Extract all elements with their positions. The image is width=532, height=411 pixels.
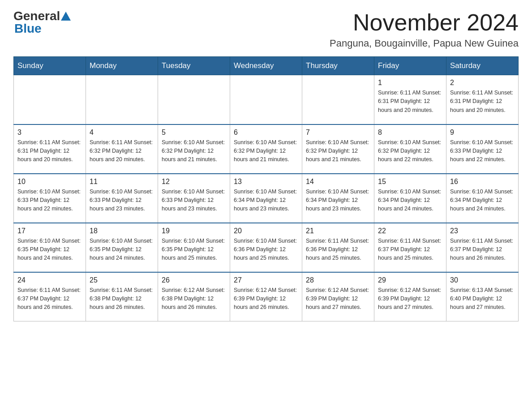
calendar-cell: 18Sunrise: 6:10 AM Sunset: 6:35 PM Dayli… xyxy=(86,223,158,272)
day-info: Sunrise: 6:10 AM Sunset: 6:34 PM Dayligh… xyxy=(450,188,515,214)
day-number: 22 xyxy=(378,227,442,235)
calendar-cell: 3Sunrise: 6:11 AM Sunset: 6:31 PM Daylig… xyxy=(14,124,86,174)
day-info: Sunrise: 6:10 AM Sunset: 6:35 PM Dayligh… xyxy=(162,237,226,263)
day-info: Sunrise: 6:12 AM Sunset: 6:39 PM Dayligh… xyxy=(306,286,370,312)
day-number: 11 xyxy=(90,178,154,186)
day-info: Sunrise: 6:12 AM Sunset: 6:38 PM Dayligh… xyxy=(162,286,226,312)
day-number: 26 xyxy=(162,276,226,284)
calendar-table: Sunday Monday Tuesday Wednesday Thursday… xyxy=(13,56,519,321)
day-number: 5 xyxy=(162,128,226,137)
calendar-cell xyxy=(230,75,302,124)
col-sunday: Sunday xyxy=(14,57,86,75)
day-number: 8 xyxy=(378,128,442,137)
day-info: Sunrise: 6:10 AM Sunset: 6:35 PM Dayligh… xyxy=(90,237,154,263)
col-saturday: Saturday xyxy=(446,57,519,75)
day-info: Sunrise: 6:13 AM Sunset: 6:40 PM Dayligh… xyxy=(450,286,515,312)
calendar-cell: 19Sunrise: 6:10 AM Sunset: 6:35 PM Dayli… xyxy=(158,223,230,272)
day-info: Sunrise: 6:10 AM Sunset: 6:32 PM Dayligh… xyxy=(378,138,442,164)
day-info: Sunrise: 6:11 AM Sunset: 6:32 PM Dayligh… xyxy=(90,138,154,164)
col-tuesday: Tuesday xyxy=(158,57,230,75)
week-row-4: 17Sunrise: 6:10 AM Sunset: 6:35 PM Dayli… xyxy=(14,223,519,272)
day-info: Sunrise: 6:11 AM Sunset: 6:31 PM Dayligh… xyxy=(450,89,515,115)
calendar-cell: 26Sunrise: 6:12 AM Sunset: 6:38 PM Dayli… xyxy=(158,272,230,321)
week-row-3: 10Sunrise: 6:10 AM Sunset: 6:33 PM Dayli… xyxy=(14,174,519,223)
day-number: 17 xyxy=(17,227,82,235)
week-row-5: 24Sunrise: 6:11 AM Sunset: 6:37 PM Dayli… xyxy=(14,272,519,321)
day-number: 23 xyxy=(450,227,515,235)
day-info: Sunrise: 6:12 AM Sunset: 6:39 PM Dayligh… xyxy=(234,286,298,312)
calendar-cell: 29Sunrise: 6:12 AM Sunset: 6:39 PM Dayli… xyxy=(374,272,446,321)
calendar-cell: 1Sunrise: 6:11 AM Sunset: 6:31 PM Daylig… xyxy=(374,75,446,124)
month-title: November 2024 xyxy=(330,9,519,36)
calendar-cell: 8Sunrise: 6:10 AM Sunset: 6:32 PM Daylig… xyxy=(374,124,446,174)
day-number: 1 xyxy=(378,79,442,87)
calendar-cell: 17Sunrise: 6:10 AM Sunset: 6:35 PM Dayli… xyxy=(14,223,86,272)
calendar-cell: 30Sunrise: 6:13 AM Sunset: 6:40 PM Dayli… xyxy=(446,272,519,321)
day-number: 19 xyxy=(162,227,226,235)
day-info: Sunrise: 6:10 AM Sunset: 6:32 PM Dayligh… xyxy=(234,138,298,164)
day-info: Sunrise: 6:10 AM Sunset: 6:33 PM Dayligh… xyxy=(90,188,154,214)
day-info: Sunrise: 6:10 AM Sunset: 6:36 PM Dayligh… xyxy=(234,237,298,263)
day-number: 3 xyxy=(17,128,82,137)
calendar-cell: 25Sunrise: 6:11 AM Sunset: 6:38 PM Dayli… xyxy=(86,272,158,321)
day-info: Sunrise: 6:10 AM Sunset: 6:35 PM Dayligh… xyxy=(17,237,82,263)
calendar-cell: 2Sunrise: 6:11 AM Sunset: 6:31 PM Daylig… xyxy=(446,75,519,124)
calendar-cell xyxy=(158,75,230,124)
day-number: 24 xyxy=(17,276,82,284)
day-number: 29 xyxy=(378,276,442,284)
calendar-cell: 24Sunrise: 6:11 AM Sunset: 6:37 PM Dayli… xyxy=(14,272,86,321)
day-info: Sunrise: 6:11 AM Sunset: 6:31 PM Dayligh… xyxy=(378,89,442,115)
day-number: 12 xyxy=(162,178,226,186)
calendar-cell: 12Sunrise: 6:10 AM Sunset: 6:33 PM Dayli… xyxy=(158,174,230,223)
day-number: 10 xyxy=(17,178,82,186)
col-wednesday: Wednesday xyxy=(230,57,302,75)
day-number: 4 xyxy=(90,128,154,137)
logo: General Blue xyxy=(13,9,72,36)
week-row-2: 3Sunrise: 6:11 AM Sunset: 6:31 PM Daylig… xyxy=(14,124,519,174)
logo-blue-text: Blue xyxy=(14,21,42,35)
day-number: 21 xyxy=(306,227,370,235)
day-info: Sunrise: 6:11 AM Sunset: 6:36 PM Dayligh… xyxy=(306,237,370,263)
day-number: 14 xyxy=(306,178,370,186)
calendar-cell: 20Sunrise: 6:10 AM Sunset: 6:36 PM Dayli… xyxy=(230,223,302,272)
day-info: Sunrise: 6:11 AM Sunset: 6:38 PM Dayligh… xyxy=(90,286,154,312)
day-info: Sunrise: 6:11 AM Sunset: 6:37 PM Dayligh… xyxy=(450,237,515,263)
day-number: 25 xyxy=(90,276,154,284)
day-number: 30 xyxy=(450,276,515,284)
day-number: 18 xyxy=(90,227,154,235)
title-area: November 2024 Panguna, Bougainville, Pap… xyxy=(330,9,519,49)
day-number: 20 xyxy=(234,227,298,235)
location-title: Panguna, Bougainville, Papua New Guinea xyxy=(330,38,519,49)
day-info: Sunrise: 6:10 AM Sunset: 6:33 PM Dayligh… xyxy=(17,188,82,214)
day-number: 2 xyxy=(450,79,515,87)
calendar-cell: 6Sunrise: 6:10 AM Sunset: 6:32 PM Daylig… xyxy=(230,124,302,174)
calendar-cell: 27Sunrise: 6:12 AM Sunset: 6:39 PM Dayli… xyxy=(230,272,302,321)
calendar-cell: 14Sunrise: 6:10 AM Sunset: 6:34 PM Dayli… xyxy=(302,174,374,223)
col-friday: Friday xyxy=(374,57,446,75)
day-info: Sunrise: 6:11 AM Sunset: 6:31 PM Dayligh… xyxy=(17,138,82,164)
col-monday: Monday xyxy=(86,57,158,75)
day-info: Sunrise: 6:11 AM Sunset: 6:37 PM Dayligh… xyxy=(378,237,442,263)
day-number: 6 xyxy=(234,128,298,137)
day-info: Sunrise: 6:10 AM Sunset: 6:34 PM Dayligh… xyxy=(306,188,370,214)
day-number: 13 xyxy=(234,178,298,186)
day-number: 15 xyxy=(378,178,442,186)
svg-marker-0 xyxy=(61,12,71,21)
day-info: Sunrise: 6:11 AM Sunset: 6:37 PM Dayligh… xyxy=(17,286,82,312)
calendar-cell: 16Sunrise: 6:10 AM Sunset: 6:34 PM Dayli… xyxy=(446,174,519,223)
day-number: 9 xyxy=(450,128,515,137)
calendar-cell: 10Sunrise: 6:10 AM Sunset: 6:33 PM Dayli… xyxy=(14,174,86,223)
day-info: Sunrise: 6:10 AM Sunset: 6:34 PM Dayligh… xyxy=(234,188,298,214)
calendar-cell: 7Sunrise: 6:10 AM Sunset: 6:32 PM Daylig… xyxy=(302,124,374,174)
day-info: Sunrise: 6:10 AM Sunset: 6:32 PM Dayligh… xyxy=(306,138,370,164)
day-info: Sunrise: 6:10 AM Sunset: 6:34 PM Dayligh… xyxy=(378,188,442,214)
calendar-cell: 13Sunrise: 6:10 AM Sunset: 6:34 PM Dayli… xyxy=(230,174,302,223)
calendar-cell xyxy=(302,75,374,124)
day-number: 28 xyxy=(306,276,370,284)
header-row: Sunday Monday Tuesday Wednesday Thursday… xyxy=(14,57,519,75)
calendar-cell: 22Sunrise: 6:11 AM Sunset: 6:37 PM Dayli… xyxy=(374,223,446,272)
day-info: Sunrise: 6:10 AM Sunset: 6:32 PM Dayligh… xyxy=(162,138,226,164)
day-info: Sunrise: 6:10 AM Sunset: 6:33 PM Dayligh… xyxy=(162,188,226,214)
calendar-cell: 4Sunrise: 6:11 AM Sunset: 6:32 PM Daylig… xyxy=(86,124,158,174)
calendar-cell xyxy=(14,75,86,124)
